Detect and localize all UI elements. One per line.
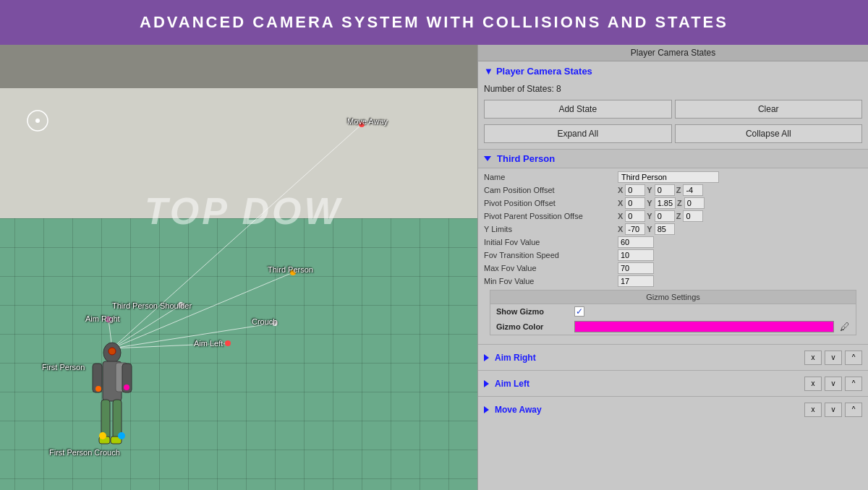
cam-x-val[interactable]: 0 xyxy=(625,184,645,196)
move-away-label[interactable]: Move Away xyxy=(484,405,801,415)
pp-y-val[interactable]: 0 xyxy=(655,210,675,222)
svg-point-23 xyxy=(109,348,116,355)
min-fov-value[interactable]: 17 xyxy=(618,275,654,287)
pivot-pos-fields: X0 Y1.85 Z0 xyxy=(618,197,705,209)
cam-pos-label: Cam Position Offset xyxy=(484,186,618,194)
third-person-header[interactable]: Third Person xyxy=(478,149,868,168)
color-picker-icon[interactable]: 🖊 xyxy=(840,321,850,332)
yl-y-val[interactable]: 85 xyxy=(655,223,675,235)
third-person-props: Name Third Person Cam Position Offset X0… xyxy=(478,168,868,341)
svg-point-26 xyxy=(95,386,101,392)
svg-point-24 xyxy=(99,432,106,439)
aim-left-triangle xyxy=(484,380,489,387)
max-fov-value[interactable]: 70 xyxy=(618,262,654,274)
aim-right-row: Aim Right x v ^ xyxy=(478,344,868,370)
move-away-text: Move Away xyxy=(495,405,542,415)
aim-right-triangle xyxy=(484,354,489,361)
pivot-y-val[interactable]: 1.85 xyxy=(655,197,676,209)
right-panel: Player Camera States ▼ Player Camera Sta… xyxy=(477,45,868,490)
num-states-info: Number of States: 8 xyxy=(478,81,868,97)
aim-right-label[interactable]: Aim Right xyxy=(484,353,801,363)
page-title: ADVANCED CAMERA SYSTEM WITH COLLISIONS A… xyxy=(140,13,728,32)
collapse-all-button[interactable]: Collapse All xyxy=(675,124,863,143)
third-person-title: Third Person xyxy=(497,153,555,164)
cam-z-val[interactable]: -4 xyxy=(683,184,703,196)
scene-ceiling xyxy=(0,45,477,88)
panel-titlebar: Player Camera States xyxy=(478,45,868,61)
pp-z-val[interactable]: 0 xyxy=(683,210,703,222)
pivot-x-val[interactable]: 0 xyxy=(625,197,645,209)
aim-right-up-btn[interactable]: ^ xyxy=(845,351,862,365)
cam-y-val[interactable]: 0 xyxy=(655,184,675,196)
gizmo-color-label: Gizmo Color xyxy=(496,322,569,331)
pivot-pos-label: Pivot Position Offset xyxy=(484,199,618,207)
aim-left-row: Aim Left x v ^ xyxy=(478,370,868,396)
initial-fov-row: Initial Fov Value 60 xyxy=(484,236,862,248)
pivot-x-axis: X xyxy=(618,199,623,207)
pivot-parent-row: Pivot Parent Possition Offse X0 Y0 Z0 xyxy=(484,210,862,222)
clear-button[interactable]: Clear xyxy=(675,100,863,119)
tp-triangle-icon xyxy=(484,156,491,161)
section-header: ▼ Player Camera States xyxy=(478,61,868,81)
name-value: Third Person xyxy=(618,171,719,183)
aim-right-text: Aim Right xyxy=(495,353,536,363)
main-layout: TOP DOW xyxy=(0,45,868,490)
header: ADVANCED CAMERA SYSTEM WITH COLLISIONS A… xyxy=(0,0,868,45)
initial-fov-value[interactable]: 60 xyxy=(618,236,654,248)
pivot-y-axis: Y xyxy=(647,199,652,207)
aim-right-x-btn[interactable]: x xyxy=(804,351,822,365)
panel-titlebar-text: Player Camera States xyxy=(631,48,715,58)
cam-pos-fields: X0 Y0 Z-4 xyxy=(618,184,703,196)
num-states-text: Number of States: 8 xyxy=(484,84,561,94)
third-person-section: Third Person Name Third Person Cam Posit… xyxy=(478,149,868,341)
section-triangle: ▼ xyxy=(484,66,493,77)
section-title: Player Camera States xyxy=(496,66,592,77)
aim-left-down-btn[interactable]: v xyxy=(825,377,842,391)
move-away-triangle xyxy=(484,406,489,413)
show-gizmo-checkbox[interactable]: ✓ xyxy=(574,306,584,317)
cam-y-axis: Y xyxy=(647,186,652,194)
yl-y-axis: Y xyxy=(647,225,652,233)
pp-x-val[interactable]: 0 xyxy=(625,210,645,222)
add-state-button[interactable]: Add State xyxy=(484,100,672,119)
top-btn-row: Add State Clear xyxy=(478,97,868,121)
expand-btn-row: Expand All Collapse All xyxy=(478,121,868,146)
pivot-parent-fields: X0 Y0 Z0 xyxy=(618,210,703,222)
prop-name-row: Name Third Person xyxy=(484,171,862,183)
aim-right-down-btn[interactable]: v xyxy=(825,351,842,365)
show-gizmo-label: Show Gizmo xyxy=(496,307,569,316)
gizmo-color-bar[interactable] xyxy=(574,321,834,332)
pivot-parent-label: Pivot Parent Possition Offse xyxy=(484,212,618,220)
svg-point-27 xyxy=(124,384,129,390)
gizmo-header: Gizmo Settings xyxy=(490,291,856,304)
checkmark-icon: ✓ xyxy=(576,306,583,317)
aim-left-x-btn[interactable]: x xyxy=(804,377,822,391)
grid-floor xyxy=(0,218,477,490)
move-away-up-btn[interactable]: ^ xyxy=(845,403,862,417)
pivot-pos-row: Pivot Position Offset X0 Y1.85 Z0 xyxy=(484,197,862,209)
max-fov-label: Max Fov Value xyxy=(484,264,618,272)
aim-left-up-btn[interactable]: ^ xyxy=(845,377,862,391)
fov-trans-row: Fov Transition Speed 10 xyxy=(484,249,862,261)
move-away-x-btn[interactable]: x xyxy=(804,403,822,417)
y-limits-fields: X-70 Y85 xyxy=(618,223,675,235)
y-limits-label: Y Limits xyxy=(484,225,618,233)
character xyxy=(87,324,137,454)
y-limits-row: Y Limits X-70 Y85 xyxy=(484,223,862,235)
min-fov-row: Min Fov Value 17 xyxy=(484,275,862,287)
expand-all-button[interactable]: Expand All xyxy=(484,124,672,143)
viewport: TOP DOW xyxy=(0,45,477,490)
yl-x-val[interactable]: -70 xyxy=(625,223,645,235)
pivot-z-val[interactable]: 0 xyxy=(684,197,705,209)
gizmo-color-row: Gizmo Color 🖊 xyxy=(490,319,856,335)
fov-trans-value[interactable]: 10 xyxy=(618,249,654,261)
move-away-down-btn[interactable]: v xyxy=(825,403,842,417)
gizmo-header-text: Gizmo Settings xyxy=(646,293,700,301)
topdow-text: TOP DOW xyxy=(145,189,343,233)
pp-z-axis: Z xyxy=(676,212,681,220)
aim-left-label[interactable]: Aim Left xyxy=(484,379,801,389)
aim-left-text: Aim Left xyxy=(495,379,529,389)
cam-x-axis: X xyxy=(618,186,623,194)
yl-x-axis: X xyxy=(618,225,623,233)
fov-trans-label: Fov Transition Speed xyxy=(484,251,618,259)
